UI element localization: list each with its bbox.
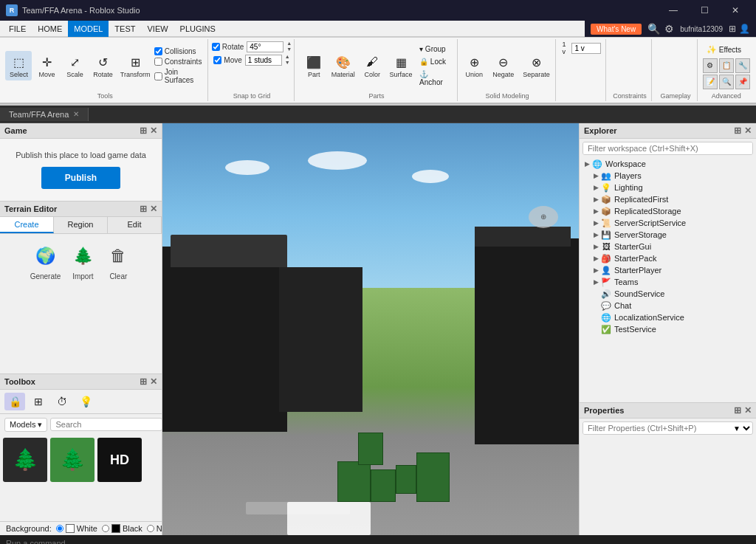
separate-button[interactable]: ⊗ Separate [519,51,554,80]
menu-view[interactable]: VIEW [141,21,173,37]
terrain-tab-create[interactable]: Create [0,217,54,233]
filter-light[interactable]: 💡 [75,393,96,410]
user-icon[interactable]: 👤 [739,24,750,34]
join-surfaces-option[interactable]: Join Surfaces [154,68,205,84]
adv-btn-5[interactable]: 🔍 [719,75,734,89]
constraints-checkbox[interactable] [154,58,162,66]
bg-white-option[interactable]: White [56,524,97,533]
terrain-panel-pin[interactable]: ⊞ [140,204,147,214]
minimize-button[interactable]: — [659,0,688,21]
properties-pin[interactable]: ⊞ [734,405,741,416]
rotate-snap-option[interactable]: Rotate [212,43,244,51]
material-button[interactable]: 🎨 Material [329,51,357,80]
menu-model[interactable]: MODEL [68,21,109,37]
publish-button[interactable]: Publish [41,167,120,189]
tree-starter-pack[interactable]: ▶ 🎒 StarterPack [580,252,756,264]
menu-test[interactable]: TEST [109,21,141,37]
toolbox-item-tree-dark[interactable]: 🌲 [3,438,47,482]
properties-close[interactable]: ✕ [744,405,752,416]
move-snap-input[interactable] [245,55,282,66]
menu-plugins[interactable]: PLUGINS [174,21,221,37]
move-button[interactable]: ✛ Move [33,51,60,80]
tree-localization[interactable]: ▶ 🌐 LocalizationService [580,311,756,323]
join-surfaces-checkbox[interactable] [154,72,162,80]
color-button[interactable]: 🖌 Color [359,51,385,80]
bg-none-radio[interactable] [147,525,154,532]
terrain-import[interactable]: 🌲 Import [69,243,96,280]
toolbox-close[interactable]: ✕ [150,376,157,387]
filter-grid[interactable]: ⊞ [28,393,49,410]
effects-button[interactable]: ✨ Effects [703,43,745,57]
tree-starter-gui[interactable]: ▶ 🖼 StarterGui [580,241,756,252]
rotate-up-arrow[interactable]: ▲ [286,41,292,47]
game-panel-pin[interactable]: ⊞ [140,125,147,136]
tab-close-icon[interactable]: ✕ [73,110,79,118]
filter-recent[interactable]: ⏱ [52,393,72,410]
tree-workspace[interactable]: ▶ 🌐 Workspace [580,158,756,170]
tree-test[interactable]: ▶ ✅ TestService [580,323,756,335]
group-button[interactable]: ▾ Group [416,44,453,55]
rotate-snap-input[interactable] [247,41,284,52]
tree-sound[interactable]: ▶ 🔊 SoundService [580,288,756,300]
lock-button[interactable]: 🔒 Lock [416,56,453,67]
constraints-option[interactable]: Constraints [154,58,205,66]
select-button[interactable]: ⬚ Select [5,51,32,80]
toolbox-search-input[interactable] [50,418,162,431]
adv-btn-3[interactable]: 🔧 [735,58,750,73]
terrain-clear[interactable]: 🗑 Clear [105,243,131,280]
toolbox-pin[interactable]: ⊞ [140,376,147,387]
tree-replicated-first[interactable]: ▶ 📦 ReplicatedFirst [580,193,756,205]
menu-home[interactable]: HOME [32,21,68,37]
rotate-snap-checkbox[interactable] [212,43,220,51]
collisions-option[interactable]: Collisions [154,47,205,55]
camera-handle[interactable]: ⊕ [529,206,558,228]
adv-btn-2[interactable]: 📋 [719,58,734,73]
tree-replicated-storage[interactable]: ▶ 📦 ReplicatedStorage [580,205,756,217]
adv-btn-6[interactable]: 📌 [735,75,750,89]
adv-btn-4[interactable]: 📝 [703,75,718,89]
anchor-button[interactable]: ⚓ Anchor [416,69,453,88]
tree-teams[interactable]: ▶ 🚩 Teams [580,276,756,288]
bg-black-option[interactable]: Black [102,524,142,533]
transform-num-input[interactable] [571,43,601,54]
grid-icon[interactable]: ⊞ [729,24,736,34]
game-panel-close[interactable]: ✕ [150,125,157,136]
terrain-generate[interactable]: 🌍 Generate [30,243,61,280]
move-snap-option[interactable]: Move [213,56,241,64]
tree-server-storage[interactable]: ▶ 💾 ServerStorage [580,229,756,241]
transform-button[interactable]: ⊞ Transform [117,51,152,80]
terrain-panel-close[interactable]: ✕ [150,204,157,214]
tree-chat[interactable]: ▶ 💬 Chat [580,300,756,311]
settings-icon[interactable]: ⚙ [664,23,674,35]
tree-starter-player[interactable]: ▶ 👤 StarterPlayer [580,264,756,276]
toolbox-item-hd[interactable]: HD [97,438,142,482]
command-input[interactable] [6,539,750,544]
rotate-button[interactable]: ↺ Rotate [89,51,116,80]
rotate-down-arrow[interactable]: ▼ [286,47,292,52]
part-button[interactable]: ⬛ Part [300,51,327,80]
collisions-checkbox[interactable] [154,47,162,55]
bg-white-radio[interactable] [56,525,63,532]
tree-server-script[interactable]: ▶ 📜 ServerScriptService [580,217,756,229]
explorer-pin[interactable]: ⊞ [734,125,741,136]
tree-players[interactable]: ▶ 👥 Players [580,170,756,182]
whats-new-button[interactable]: What's New [591,24,642,35]
terrain-tab-edit[interactable]: Edit [108,217,162,233]
scale-button[interactable]: ⤢ Scale [61,51,88,80]
properties-sort-select[interactable]: ▼ [730,424,752,433]
tree-lighting[interactable]: ▶ 💡 Lighting [580,182,756,193]
viewport[interactable]: ⊕ [162,123,579,535]
move-down-arrow[interactable]: ▼ [285,60,290,66]
terrain-tab-region[interactable]: Region [54,217,108,233]
menu-file[interactable]: FILE [3,21,32,37]
properties-filter-input[interactable] [583,422,730,434]
explorer-close[interactable]: ✕ [744,125,752,136]
negate-button[interactable]: ⊖ Negate [489,51,518,80]
union-button[interactable]: ⊕ Union [461,51,487,80]
bg-black-radio[interactable] [102,525,109,532]
maximize-button[interactable]: ☐ [690,0,719,21]
close-button[interactable]: ✕ [721,0,750,21]
toolbox-item-tree-green[interactable]: 🌲 [50,438,94,482]
search-icon[interactable]: 🔍 [647,23,660,35]
explorer-filter-input[interactable] [583,142,752,154]
